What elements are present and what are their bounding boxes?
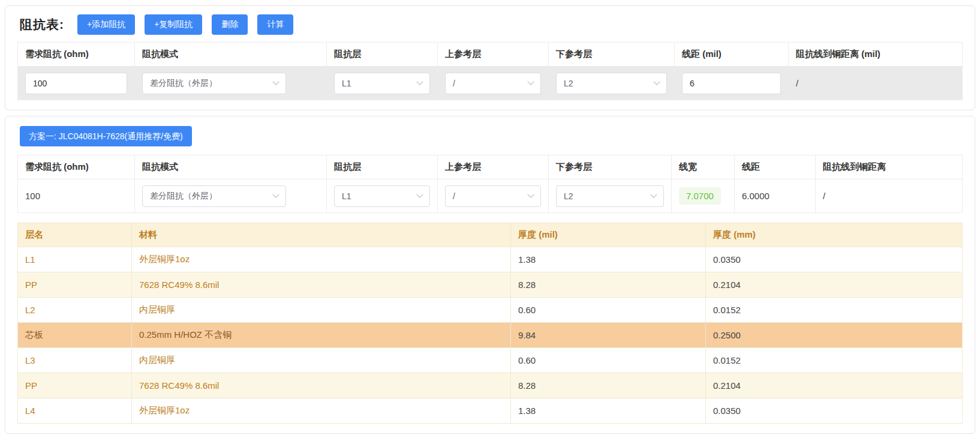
- result-layer-value: L1: [342, 191, 351, 201]
- col-header-impedance: 需求阻抗 (ohm): [18, 155, 135, 179]
- line-width-result: 7.0700: [679, 187, 721, 205]
- chevron-down-icon: [272, 78, 279, 85]
- thickness-mm: 0.0152: [706, 298, 963, 323]
- result-impedance-value: 100: [25, 191, 40, 201]
- chevron-down-icon: [416, 191, 423, 197]
- layer-name: L1: [18, 247, 132, 272]
- result-layer-select[interactable]: L1: [334, 185, 430, 207]
- thickness-mm: 0.0350: [706, 247, 963, 272]
- layer-name: L3: [18, 348, 132, 373]
- delete-button[interactable]: 删除: [212, 14, 248, 35]
- chevron-down-icon: [527, 191, 534, 197]
- lower-ref-value: L2: [564, 79, 573, 88]
- thickness-mm: 0.2104: [706, 272, 963, 298]
- add-impedance-button[interactable]: +添加阻抗: [77, 14, 135, 35]
- col-header-spacing: 线距 (mil): [675, 43, 789, 67]
- col-header-copper-distance: 阻抗线到铜距离: [816, 155, 963, 179]
- calculate-button[interactable]: 计算: [257, 14, 293, 35]
- impedance-mode-value: 差分阻抗（外层）: [150, 78, 217, 89]
- stackup-row: L2 内层铜厚 0.60 0.0152: [18, 298, 963, 323]
- impedance-layer-select[interactable]: L1: [334, 73, 430, 94]
- result-upper-ref-select[interactable]: /: [445, 185, 541, 207]
- stackup-row: L4 外层铜厚1oz 1.38 0.0350: [18, 398, 963, 424]
- request-table-row: 差分阻抗（外层） L1 /: [18, 67, 963, 100]
- thickness-mm: 0.0350: [706, 398, 963, 424]
- col-header-upper-ref: 上参考层: [438, 155, 549, 179]
- spacing-input[interactable]: [682, 73, 781, 94]
- layer-material: 0.25mm H/HOZ 不含铜: [132, 323, 511, 348]
- thickness-mil: 9.84: [511, 323, 706, 348]
- result-mode-select[interactable]: 差分阻抗（外层）: [142, 185, 286, 207]
- upper-ref-select[interactable]: /: [445, 73, 541, 94]
- col-header-thickness-mm: 厚度 (mm): [706, 223, 963, 247]
- solution-panel: 方案一: JLC04081H-7628(通用推荐/免费) 需求阻抗 (ohm) …: [5, 116, 975, 434]
- solution-badge[interactable]: 方案一: JLC04081H-7628(通用推荐/免费): [20, 126, 192, 146]
- col-header-layer: 阻抗层: [327, 155, 438, 179]
- impedance-input[interactable]: [25, 73, 127, 94]
- result-lower-ref-select[interactable]: L2: [556, 185, 664, 207]
- impedance-request-panel: 阻抗表: +添加阻抗 +复制阻抗 删除 计算 需求阻抗 (ohm) 阻抗模式 阻…: [5, 5, 975, 110]
- stackup-row: L1 外层铜厚1oz 1.38 0.0350: [18, 247, 963, 272]
- stackup-row: PP 7628 RC49% 8.6mil 8.28 0.2104: [18, 373, 963, 398]
- chevron-down-icon: [527, 78, 534, 85]
- impedance-request-table: 需求阻抗 (ohm) 阻抗模式 阻抗层 上参考层 下参考层 线距 (mil) 阻…: [17, 42, 963, 100]
- thickness-mm: 0.2500: [706, 323, 963, 348]
- thickness-mm: 0.2104: [706, 373, 963, 398]
- col-header-mode: 阻抗模式: [135, 43, 327, 67]
- layer-name: PP: [18, 272, 132, 298]
- col-header-lower-ref: 下参考层: [549, 155, 672, 179]
- page-title: 阻抗表:: [20, 16, 64, 33]
- result-table-header-row: 需求阻抗 (ohm) 阻抗模式 阻抗层 上参考层 下参考层 线宽 线距 阻抗线到…: [18, 155, 963, 179]
- spacing-result: 6.0000: [742, 191, 769, 201]
- copy-impedance-button[interactable]: +复制阻抗: [145, 14, 202, 35]
- layer-material: 7628 RC49% 8.6mil: [132, 272, 511, 298]
- toolbar: 阻抗表: +添加阻抗 +复制阻抗 删除 计算: [20, 14, 963, 35]
- col-header-copper-distance: 阻抗线到铜距离 (mil): [789, 43, 963, 67]
- col-header-upper-ref: 上参考层: [438, 43, 549, 67]
- result-mode-value: 差分阻抗（外层）: [150, 191, 217, 202]
- lower-ref-select[interactable]: L2: [556, 73, 667, 94]
- impedance-mode-select[interactable]: 差分阻抗（外层）: [142, 73, 286, 94]
- layer-material: 内层铜厚: [132, 348, 511, 373]
- impedance-result-table: 需求阻抗 (ohm) 阻抗模式 阻抗层 上参考层 下参考层 线宽 线距 阻抗线到…: [17, 155, 963, 213]
- chevron-down-icon: [653, 78, 660, 85]
- result-upper-ref-value: /: [453, 191, 455, 201]
- col-header-mode: 阻抗模式: [135, 155, 327, 179]
- impedance-layer-value: L1: [342, 79, 351, 88]
- layer-material: 内层铜厚: [132, 298, 511, 323]
- thickness-mil: 0.60: [511, 348, 706, 373]
- layer-material: 7628 RC49% 8.6mil: [132, 373, 511, 398]
- thickness-mil: 0.60: [511, 298, 706, 323]
- thickness-mil: 8.28: [511, 373, 706, 398]
- col-header-layer-name: 层名: [18, 223, 132, 247]
- col-header-lower-ref: 下参考层: [549, 43, 675, 67]
- stackup-row-core: 芯板 0.25mm H/HOZ 不含铜 9.84 0.2500: [18, 323, 963, 348]
- chevron-down-icon: [272, 191, 279, 197]
- result-lower-ref-value: L2: [564, 191, 573, 201]
- thickness-mm: 0.0152: [706, 348, 963, 373]
- col-header-material: 材料: [132, 223, 511, 247]
- copper-distance-value: /: [796, 78, 798, 88]
- col-header-layer: 阻抗层: [327, 43, 438, 67]
- chevron-down-icon: [416, 78, 423, 85]
- col-header-impedance: 需求阻抗 (ohm): [18, 43, 135, 67]
- stackup-row: PP 7628 RC49% 8.6mil 8.28 0.2104: [18, 272, 963, 298]
- request-table-header-row: 需求阻抗 (ohm) 阻抗模式 阻抗层 上参考层 下参考层 线距 (mil) 阻…: [18, 43, 963, 67]
- layer-stackup-table: 层名 材料 厚度 (mil) 厚度 (mm) L1 外层铜厚1oz 1.38 0…: [17, 223, 963, 424]
- thickness-mil: 1.38: [511, 398, 706, 424]
- col-header-line-width: 线宽: [672, 155, 735, 179]
- col-header-thickness-mil: 厚度 (mil): [511, 223, 706, 247]
- layer-name: PP: [18, 373, 132, 398]
- layer-material: 外层铜厚1oz: [132, 398, 511, 424]
- layer-material: 外层铜厚1oz: [132, 247, 511, 272]
- stackup-row: L3 内层铜厚 0.60 0.0152: [18, 348, 963, 373]
- layer-name: L4: [18, 398, 132, 424]
- thickness-mil: 1.38: [511, 247, 706, 272]
- result-copper-distance-value: /: [823, 191, 825, 201]
- thickness-mil: 8.28: [511, 272, 706, 298]
- layer-name: L2: [18, 298, 132, 323]
- chevron-down-icon: [650, 191, 657, 197]
- result-table-row: 100 差分阻抗（外层） L1 /: [18, 179, 963, 213]
- col-header-spacing: 线距: [735, 155, 816, 179]
- layer-name: 芯板: [18, 323, 132, 348]
